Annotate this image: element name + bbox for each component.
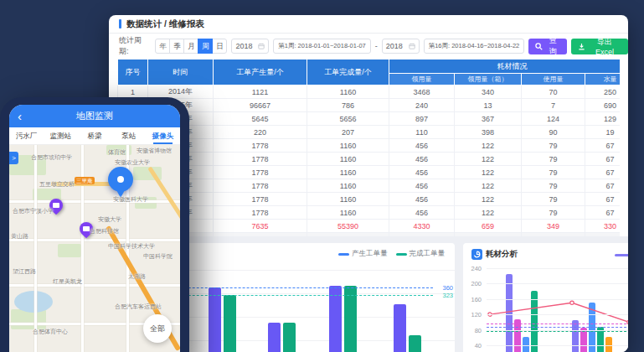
- table-cell: 79: [522, 193, 585, 206]
- column-header: 序号: [118, 60, 148, 85]
- table-cell: 67: [585, 153, 621, 166]
- column-header: 工单完成量/个: [307, 60, 389, 85]
- y-axis-tick: 80: [463, 327, 482, 334]
- period-option-周[interactable]: 周: [198, 39, 213, 54]
- phone-tab-摄像头[interactable]: 摄像头: [146, 127, 180, 144]
- phone-tab-桥梁[interactable]: 桥梁: [78, 127, 112, 144]
- table-cell: 786: [307, 99, 389, 112]
- table-row: 102023年177811604561227967: [118, 206, 621, 220]
- period-option-日[interactable]: 日: [212, 39, 227, 54]
- table-cell: 398: [455, 126, 522, 139]
- bar-产生工单量: [209, 287, 221, 352]
- breadcrumb-accent: [119, 19, 121, 28]
- table-cell: 1778: [214, 139, 307, 153]
- map-label: 红星美凯龙: [53, 277, 82, 286]
- end-year-value: 2018: [386, 42, 403, 50]
- table-cell: 330: [585, 220, 621, 233]
- period-option-月[interactable]: 月: [183, 39, 198, 54]
- report-table: 序号时间工单产生量/个工单完成量/个耗材情况领用量领用量（箱）使用量水量 120…: [117, 59, 620, 246]
- table-cell: 897: [389, 112, 455, 126]
- map-view[interactable]: 三里庵 > 全部 合肥市琥珀中学体育馆安徽农业大学安徽省博物馆五里墩立交桥安徽医…: [9, 145, 180, 352]
- bar-完成工单量: [409, 335, 421, 352]
- y-axis-tick: 40: [463, 342, 482, 349]
- table-cell: 4330: [389, 220, 455, 233]
- table-cell: 67: [585, 206, 621, 220]
- table-row: 32016年56455656897367124129: [118, 112, 621, 126]
- phone-tab-泵站[interactable]: 泵站: [111, 127, 146, 144]
- range-separator: -: [375, 42, 378, 50]
- table-cell: 690: [585, 99, 621, 112]
- map-label: 太湖路: [128, 272, 146, 281]
- export-button-label: 导出Excel: [588, 37, 621, 56]
- search-icon: [535, 43, 543, 50]
- end-year-select[interactable]: 2018: [382, 39, 420, 54]
- table-cell: 1160: [307, 166, 389, 179]
- gridline: [487, 299, 628, 300]
- table-cell: 250: [585, 85, 621, 99]
- table-cell: 1160: [307, 179, 389, 193]
- show-all-button[interactable]: 全部: [143, 314, 172, 343]
- map-label: 安徽农业大学: [115, 158, 150, 167]
- legend-line: [615, 254, 628, 256]
- table-row: 42017年2202071103989019: [118, 126, 621, 139]
- table-cell: 5656: [307, 112, 389, 126]
- group-header: 耗材情况: [389, 60, 621, 74]
- phone-screen: ‹ 地图监测 污水厂监测站桥梁泵站摄像头 三里庵 >: [9, 105, 180, 352]
- table-cell: 240: [389, 99, 455, 112]
- table-cell: 124: [522, 112, 585, 126]
- table-row: 72020年177811604561227967: [118, 166, 621, 179]
- table-cell: 90: [522, 126, 585, 139]
- table-cell: 122: [455, 139, 522, 153]
- table-cell: 1778: [214, 193, 307, 206]
- bar-完成工单量: [283, 323, 296, 352]
- start-week-input[interactable]: 第1周: 2018-01-01~2018-01-07: [273, 39, 370, 54]
- breadcrumb-bar: 数据统计 / 维修报表: [109, 15, 628, 34]
- start-year-value: 2018: [235, 42, 252, 50]
- table-cell: 1778: [214, 153, 307, 166]
- table-cell: 79: [522, 139, 585, 153]
- table-cell: 13: [455, 99, 522, 112]
- table-cell: 1121: [214, 85, 307, 99]
- gridline: [487, 268, 628, 269]
- table-cell: 349: [522, 220, 585, 233]
- table-cell: 79: [522, 166, 585, 179]
- period-option-季[interactable]: 季: [169, 39, 184, 54]
- y-axis-tick: 200: [463, 280, 482, 287]
- table-cell: 456: [389, 193, 455, 206]
- period-option-年[interactable]: 年: [155, 39, 170, 54]
- table-cell: 110: [389, 126, 455, 139]
- table-row: 82021年177811604561227967: [118, 179, 621, 193]
- query-button[interactable]: 查询: [528, 39, 567, 54]
- bar-完成工单量: [224, 295, 236, 352]
- table-cell: 1778: [214, 166, 307, 179]
- y-axis-tick: 120: [463, 311, 482, 318]
- table-cell: 456: [389, 166, 455, 179]
- map-label: 中国科学技术大学: [108, 242, 155, 251]
- calendar-icon: [409, 43, 415, 49]
- column-header: 工单产生量/个: [214, 60, 307, 85]
- table-cell: 79: [522, 153, 585, 166]
- export-excel-button[interactable]: 导出Excel: [571, 39, 628, 54]
- selected-camera-pin[interactable]: [108, 167, 133, 199]
- phone-tab-污水厂[interactable]: 污水厂: [9, 127, 44, 144]
- table-cell: 1160: [307, 193, 389, 206]
- map-label: 合肥体育中心: [33, 328, 68, 336]
- table-cell: 5645: [214, 112, 307, 126]
- calendar-icon: [258, 43, 265, 49]
- road-name-badge: 三里庵: [75, 177, 95, 184]
- map-label: 安徽省博物馆: [137, 147, 172, 155]
- table-cell: 207: [307, 126, 389, 139]
- phone-tab-bar: 污水厂监测站桥梁泵站摄像头: [9, 127, 180, 145]
- table-cell: 79: [522, 179, 585, 193]
- map-label: 安徽医科大学: [113, 195, 148, 204]
- panel-expander[interactable]: >: [9, 152, 18, 164]
- sub-column-header: 水量: [585, 74, 621, 85]
- table-cell: 659: [455, 220, 522, 233]
- legend-item: 完成工单量: [396, 249, 446, 259]
- back-arrow-icon[interactable]: ‹: [18, 106, 22, 127]
- end-week-input[interactable]: 第16周: 2018-04-16~2018-04-22: [424, 39, 525, 54]
- table-cell: 456: [389, 206, 455, 220]
- start-year-select[interactable]: 2018: [231, 39, 269, 54]
- phone-tab-监测站[interactable]: 监测站: [44, 127, 78, 144]
- map-label: 中国科学院: [143, 252, 173, 261]
